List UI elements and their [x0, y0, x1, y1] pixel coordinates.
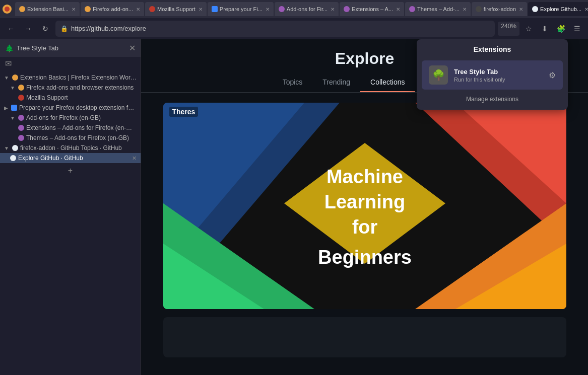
sidebar-item-addons-firefox[interactable]: ▼ Add-ons for Firefox (en-GB): [0, 113, 141, 123]
sidebar-tab-label: Firefox add-ons and browser extensions: [26, 84, 137, 91]
sidebar: 🌲 Tree Style Tab ✕ ✉ ▼ Extension Basics …: [0, 39, 141, 375]
ml-banner: Theres: [163, 103, 566, 309]
sidebar-header: 🌲 Tree Style Tab ✕: [0, 39, 141, 57]
address-bar[interactable]: 🔒 https://github.com/explore: [55, 21, 495, 37]
tab-close-btn[interactable]: ✕: [136, 7, 140, 12]
extension-icon-box: 🌳: [429, 65, 448, 85]
extension-name: Tree Style Tab: [454, 68, 543, 76]
tab-label: Add-ons for Fir...: [287, 6, 328, 12]
github-tab-topics[interactable]: Topics: [273, 73, 313, 92]
tab-close-btn[interactable]: ✕: [199, 7, 203, 12]
sidebar-tabs-list: ▼ Extension Basics | Firefox Extension W…: [0, 70, 141, 375]
bookmark-button[interactable]: ☆: [521, 22, 536, 36]
github-content-secondary: [163, 317, 566, 357]
sidebar-item-themes-addons[interactable]: Themes – Add-ons for Firefox (en-GB): [0, 133, 141, 143]
tab-favicon: [10, 155, 16, 161]
tab-label: Firefox add-on...: [93, 6, 133, 12]
sidebar-tab-label: firefox-addon · GitHub Topics · GitHub: [20, 144, 137, 152]
expand-arrow-icon: ▼: [4, 145, 9, 151]
sidebar-item-extension-basics[interactable]: ▼ Extension Basics | Firefox Extension W…: [0, 72, 141, 83]
menu-button[interactable]: ☰: [570, 22, 584, 36]
tab-favicon: [212, 6, 218, 12]
tab-close-btn[interactable]: ✕: [396, 7, 400, 12]
tab-mozilla-support[interactable]: Mozilla Support ✕: [145, 2, 207, 16]
tab-extensions-addons[interactable]: Extensions – A... ✕: [340, 2, 404, 16]
sidebar-item-firefox-addon-github[interactable]: ▼ firefox-addon · GitHub Topics · GitHub: [0, 143, 141, 153]
extension-info: Tree Style Tab Run for this visit only: [454, 68, 543, 83]
tab-close-btn[interactable]: ✕: [463, 7, 467, 12]
tree-style-tab-extension[interactable]: 🌳 Tree Style Tab Run for this visit only…: [422, 60, 563, 90]
tab-favicon: [18, 115, 24, 121]
sidebar-close-button[interactable]: ✕: [129, 43, 136, 53]
expand-arrow-icon: ▼: [10, 85, 15, 91]
svg-point-1: [5, 7, 10, 12]
zoom-level: 240%: [498, 22, 519, 36]
extensions-popup: Extensions 🌳 Tree Style Tab Run for this…: [417, 39, 568, 110]
tab-themes-addons[interactable]: Themes – Add-... ✕: [405, 2, 471, 16]
forward-button[interactable]: →: [21, 22, 35, 36]
github-tab-collections[interactable]: Collections: [360, 73, 415, 92]
svg-text:Learning: Learning: [324, 191, 405, 212]
github-tab-trending[interactable]: Trending: [312, 73, 360, 92]
sidebar-item-extensions-addons[interactable]: Extensions – Add-ons for Firefox (en-GB): [0, 123, 141, 133]
extensions-popup-title: Extensions: [417, 45, 568, 58]
tab-extension-basics[interactable]: Extension Basi... ✕: [15, 2, 80, 16]
tab-prepare-firefox[interactable]: Prepare your Fi... ✕: [208, 2, 274, 16]
expand-arrow-icon: ▼: [10, 115, 15, 121]
manage-extensions-link[interactable]: Manage extensions: [417, 92, 568, 107]
tab-close-btn[interactable]: ✕: [331, 7, 335, 12]
tab-firefox-addons[interactable]: Firefox add-on... ✕: [81, 2, 144, 16]
sidebar-item-firefox-addons[interactable]: ▼ Firefox add-ons and browser extensions: [0, 83, 141, 93]
tab-close-btn[interactable]: ✕: [519, 7, 523, 12]
tab-label: Prepare your Fi...: [220, 6, 263, 12]
tab-label: Extension Basi...: [27, 6, 69, 12]
tab-explore-github[interactable]: Explore Github... ✕: [528, 2, 588, 16]
sidebar-tab-label: Add-ons for Firefox (en-GB): [26, 114, 137, 121]
tab-close-icon[interactable]: ✕: [132, 155, 137, 162]
browser-content: Extensions 🌳 Tree Style Tab Run for this…: [141, 39, 588, 375]
tab-close-btn[interactable]: ✕: [72, 7, 76, 12]
sidebar-mail-row: ✉: [0, 57, 141, 70]
overlay-heading: Theres: [169, 107, 199, 117]
tab-close-btn[interactable]: ✕: [584, 7, 588, 12]
mail-icon: ✉: [5, 59, 12, 68]
tab-firefox-addon-github[interactable]: firefox-addon ✕: [472, 2, 527, 16]
tab-label: Mozilla Support: [157, 6, 195, 12]
tab-favicon: [12, 74, 18, 81]
tab-favicon: [532, 6, 538, 12]
sidebar-tab-label: Prepare your Firefox desktop extension f…: [19, 104, 137, 111]
tab-favicon: [18, 135, 24, 141]
extensions-button[interactable]: 🧩: [554, 22, 568, 36]
sidebar-tab-label: Mozilla Support: [26, 94, 137, 101]
extension-description: Run for this visit only: [454, 77, 543, 83]
sidebar-tab-label: Extensions – Add-ons for Firefox (en-GB): [26, 124, 137, 131]
tab-label: Explore Github...: [540, 6, 581, 12]
back-button[interactable]: ←: [4, 22, 18, 36]
tab-favicon: [409, 6, 415, 12]
extension-settings-icon[interactable]: ⚙: [549, 70, 556, 80]
add-tab-button[interactable]: +: [0, 163, 141, 178]
expand-arrow-icon: ▶: [4, 105, 8, 111]
sidebar-item-prepare-firefox[interactable]: ▶ Prepare your Firefox desktop extension…: [0, 103, 141, 113]
tab-close-btn[interactable]: ✕: [266, 7, 270, 12]
tab-favicon: [11, 105, 17, 111]
sidebar-item-mozilla-support[interactable]: Mozilla Support: [0, 93, 141, 103]
tab-label: Themes – Add-...: [417, 6, 460, 12]
tab-favicon: [476, 6, 482, 12]
security-icon: 🔒: [60, 25, 68, 32]
sidebar-tab-label: Themes – Add-ons for Firefox (en-GB): [26, 134, 137, 141]
tree-style-tab-icon: 🌳: [432, 69, 445, 81]
navigation-bar: ← → ↻ 🔒 https://github.com/explore 240% …: [0, 18, 588, 39]
url-text: https://github.com/explore: [71, 25, 146, 32]
reload-button[interactable]: ↻: [38, 22, 52, 36]
sidebar-tab-label: Explore GitHub · GitHub: [18, 155, 130, 162]
tab-label: Extensions – A...: [352, 6, 393, 12]
svg-text:Machine: Machine: [326, 166, 403, 187]
tab-label: firefox-addon: [484, 6, 516, 12]
sidebar-item-explore-github[interactable]: Explore GitHub · GitHub ✕: [0, 153, 141, 163]
save-button[interactable]: ⬇: [538, 22, 552, 36]
sidebar-tab-label: Extension Basics | Firefox Extension Wor…: [20, 74, 137, 81]
tab-favicon: [18, 125, 24, 131]
ml-banner-svg: Machine Learning for Beginners: [163, 103, 566, 309]
tab-addons-firefox[interactable]: Add-ons for Fir... ✕: [275, 2, 339, 16]
